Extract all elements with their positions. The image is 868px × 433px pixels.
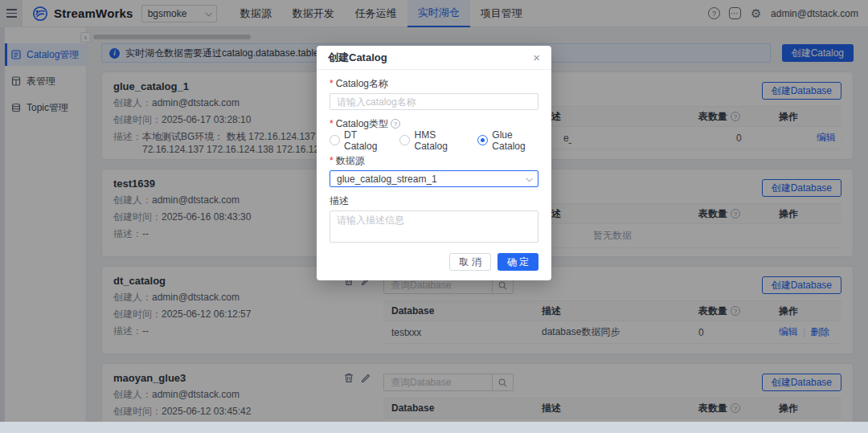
modal-title: 创建Catalog xyxy=(328,51,387,65)
help-circle-icon[interactable]: ? xyxy=(391,119,400,129)
description-label: 描述 xyxy=(330,194,538,207)
radio-dt-catalog[interactable]: DT Catalog xyxy=(330,129,383,152)
modal-body: *Catalog名称 *Catalog类型? DT Catalog HMS Ca… xyxy=(317,70,551,247)
description-textarea[interactable] xyxy=(330,210,538,243)
radio-glue-catalog[interactable]: Glue Catalog xyxy=(477,129,538,152)
cancel-button[interactable]: 取 消 xyxy=(449,253,490,271)
radio-hms-catalog[interactable]: HMS Catalog xyxy=(399,129,461,152)
datasource-select[interactable]: glue_catalog_stream_1 xyxy=(330,170,538,187)
close-icon[interactable]: × xyxy=(533,51,540,63)
modal-header: 创建Catalog × xyxy=(317,46,551,70)
app-window: StreamWorks bgsmoke 数据源 数据开发 任务运维 实时湖仓 项… xyxy=(0,0,868,422)
datasource-select-value: glue_catalog_stream_1 xyxy=(337,174,437,185)
datasource-label: *数据源 xyxy=(330,154,538,167)
catalog-name-input[interactable] xyxy=(330,93,538,110)
radio-selected-icon xyxy=(477,135,488,145)
confirm-button[interactable]: 确 定 xyxy=(497,253,538,271)
create-catalog-modal: 创建Catalog × *Catalog名称 *Catalog类型? DT Ca… xyxy=(317,46,551,280)
radio-icon xyxy=(399,135,410,145)
modal-footer: 取 消 确 定 xyxy=(317,247,551,280)
chevron-down-icon xyxy=(526,175,532,182)
radio-icon xyxy=(330,135,340,145)
screen: StreamWorks bgsmoke 数据源 数据开发 任务运维 实时湖仓 项… xyxy=(0,0,868,433)
catalog-type-options: DT Catalog HMS Catalog Glue Catalog xyxy=(330,133,538,147)
catalog-name-label: *Catalog名称 xyxy=(330,77,538,90)
